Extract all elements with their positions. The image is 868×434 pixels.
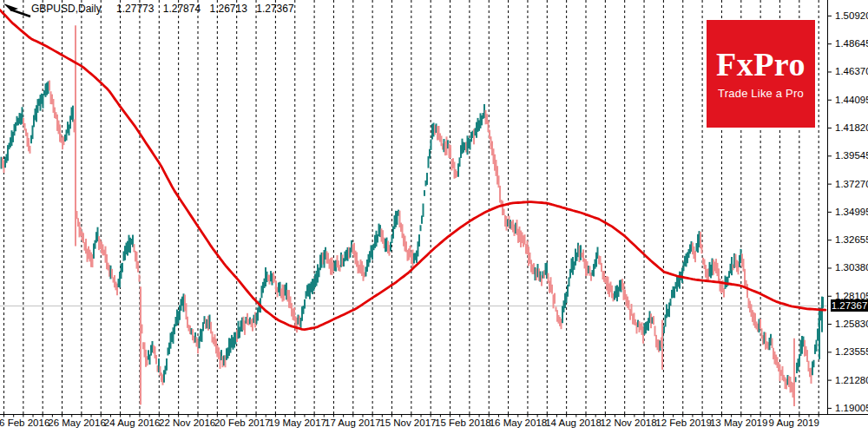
ohlc-close: 1.27367 (256, 3, 293, 15)
price-axis-label: 1.46370 (835, 66, 868, 76)
ohlc-open: 1.27773 (116, 3, 154, 15)
price-axis-label: 1.39545 (835, 150, 868, 161)
date-axis-label: 12 Nov 2018 (600, 418, 656, 428)
date-axis-label: 9 Aug 2019 (769, 418, 819, 428)
cursor-arrow-icon (2, 2, 33, 19)
date-axis-label: 15 Nov 2017 (379, 418, 436, 428)
date-axis-label: 13 May 2019 (710, 418, 768, 428)
date-axis-label: 20 Feb 2017 (214, 418, 271, 428)
symbol-period-label: GBPUSD,Daily (31, 3, 102, 15)
date-axis-label: 26 Feb 2016 (0, 418, 49, 428)
date-axis-label: 19 May 2017 (269, 418, 327, 428)
price-axis-label: 1.44095 (835, 95, 868, 105)
chart-header: GBPUSD,Daily 1.27773 1.27874 1.26713 1.2… (31, 3, 300, 15)
ohlc-low: 1.26713 (210, 3, 247, 15)
price-axis-label: 1.37270 (835, 179, 868, 189)
date-axis-label: 26 May 2016 (48, 418, 106, 428)
price-axis-label: 1.23555 (835, 346, 868, 357)
ohlc-high: 1.27874 (163, 3, 201, 15)
price-axis-label: 1.41820 (835, 122, 868, 133)
price-axis-label: 1.48645 (835, 38, 868, 49)
date-axis-label: 16 May 2018 (490, 418, 548, 428)
price-axis-label: 1.25830 (835, 319, 868, 329)
price-axis-label: 1.30380 (835, 262, 868, 273)
fxpro-logo: FxPro Trade Like a Pro (707, 20, 815, 128)
date-axis-label: 17 Aug 2017 (325, 418, 381, 428)
date-axis-label: 14 Aug 2018 (545, 418, 602, 428)
price-axis-label: 1.34995 (835, 207, 868, 217)
price-axis-label: 1.32655 (835, 234, 868, 245)
fxpro-logo-title: FxPro (716, 48, 806, 81)
price-axis-label: 1.21280 (835, 375, 868, 385)
last-price-box: 1.27367 (831, 299, 868, 312)
fxpro-logo-tagline: Trade Like a Pro (718, 87, 804, 100)
date-axis-label: 22 Nov 2016 (159, 418, 215, 428)
price-axis-label: 1.50920 (835, 10, 868, 21)
date-axis-label: 24 Aug 2016 (104, 418, 161, 428)
price-axis-label: 1.19005 (835, 403, 868, 413)
date-axis-label: 12 Feb 2019 (655, 418, 712, 428)
date-axis-label: 15 Feb 2018 (435, 418, 491, 428)
chart-window: GBPUSD,Daily 1.27773 1.27874 1.26713 1.2… (0, 0, 868, 434)
